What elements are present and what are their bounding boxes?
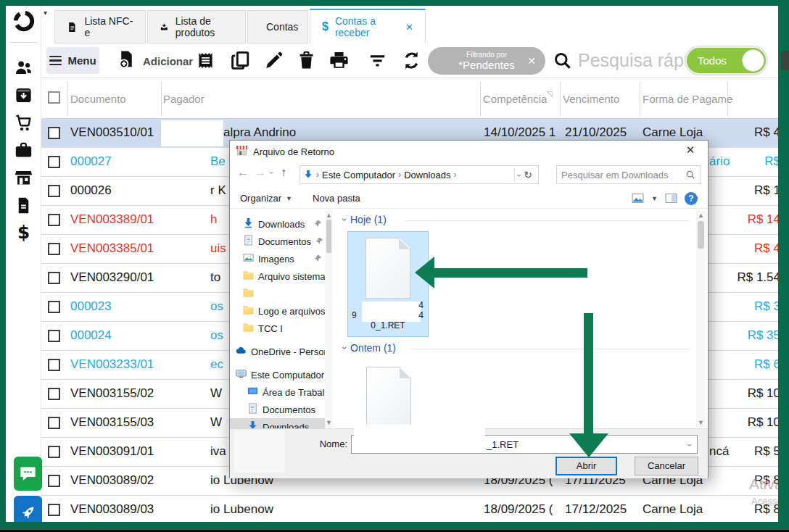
receipt-button[interactable] bbox=[195, 50, 216, 71]
up-button-icon[interactable]: ↑ bbox=[281, 166, 286, 179]
sidebar-item-documentos[interactable]: Documentos bbox=[230, 233, 325, 250]
row-checkbox[interactable] bbox=[48, 359, 60, 371]
column-header-documento[interactable]: Documento bbox=[70, 93, 126, 105]
add-button[interactable]: Adicionar bbox=[116, 49, 193, 73]
row-checkbox[interactable] bbox=[48, 214, 60, 226]
row-checkbox[interactable] bbox=[48, 504, 60, 516]
tab-close-icon[interactable]: ✕ bbox=[405, 22, 413, 33]
row-checkbox[interactable] bbox=[48, 388, 60, 400]
column-header-competencia[interactable]: Competência bbox=[483, 93, 547, 105]
sidebar-item-onedrive-person[interactable]: OneDrive - Person bbox=[230, 343, 325, 360]
table-row[interactable]: VEN003089/03io Lubenow18/09/2025 (17/12/… bbox=[0, 496, 789, 525]
sidebar-item-folder[interactable] bbox=[230, 285, 325, 302]
select-all-checkbox[interactable] bbox=[48, 91, 60, 104]
breadcrumb-item[interactable]: Este Computador bbox=[322, 170, 395, 180]
clipped-edge-button[interactable] bbox=[781, 51, 789, 70]
column-header-vencimento[interactable]: Vencimento bbox=[563, 93, 619, 105]
cancel-button[interactable]: Cancelar bbox=[635, 457, 698, 475]
sidebar-item-downloads[interactable]: Downloads bbox=[230, 418, 325, 428]
row-checkbox[interactable] bbox=[48, 156, 60, 168]
refresh-button[interactable] bbox=[401, 50, 422, 71]
address-refresh-group[interactable]: › ↻ bbox=[514, 167, 535, 182]
dialog-title-bar[interactable]: Arquivo de Retorno ✕ bbox=[230, 141, 708, 162]
dollar-icon[interactable]: $ bbox=[14, 223, 33, 243]
row-checkbox[interactable] bbox=[48, 417, 60, 429]
dialog-search-box[interactable] bbox=[556, 165, 701, 184]
view-thumbnails-icon[interactable] bbox=[632, 192, 644, 204]
group-header-hoje[interactable]: › Hoje (1) bbox=[343, 214, 387, 225]
sidebar-item-tcc-i[interactable]: TCC I bbox=[230, 320, 325, 337]
edit-button[interactable] bbox=[263, 50, 284, 71]
address-chevron-icon[interactable]: › bbox=[514, 174, 524, 177]
chat-button[interactable] bbox=[14, 457, 42, 491]
filter-button[interactable] bbox=[367, 50, 388, 71]
sidebar-item-este-computador[interactable]: Este Computador bbox=[230, 366, 325, 383]
scroll-down-icon[interactable]: ▼ bbox=[696, 419, 706, 426]
resize-grip[interactable]: ... bbox=[698, 469, 706, 476]
delete-button[interactable] bbox=[296, 50, 317, 71]
scroll-up-icon[interactable]: ▲ bbox=[325, 212, 333, 219]
menu-button[interactable]: Menu bbox=[46, 47, 99, 74]
filter-chip-close-icon[interactable]: ✕ bbox=[527, 55, 536, 67]
history-chevron-icon[interactable]: › bbox=[268, 172, 276, 174]
organize-button[interactable]: Organizar bbox=[240, 193, 281, 204]
tab-contas[interactable]: Contas bbox=[247, 10, 308, 43]
sidebar-item-logo-e-arquivos[interactable]: Logo e arquivos bbox=[230, 302, 325, 320]
row-checkbox[interactable] bbox=[48, 185, 60, 197]
dialog-search-input[interactable] bbox=[561, 170, 685, 180]
open-button[interactable]: Abrir bbox=[555, 457, 617, 475]
file-list-scrollbar[interactable]: ▲ ▼ bbox=[696, 211, 706, 427]
scrollbar-thumb[interactable] bbox=[326, 220, 331, 253]
sort-indicator-icon: ◹ bbox=[547, 90, 553, 98]
sidebar-item-documentos[interactable]: Documentos bbox=[230, 401, 325, 418]
sidebar-item-área-de-trabalho[interactable]: Área de Trabalho bbox=[230, 383, 325, 401]
row-checkbox[interactable] bbox=[48, 475, 60, 487]
copy-button[interactable] bbox=[230, 50, 251, 71]
group-collapse-icon[interactable]: › bbox=[339, 218, 350, 221]
tab-lista-nfc-e[interactable]: Lista NFC-e bbox=[54, 10, 146, 43]
breadcrumb-item[interactable]: Downloads bbox=[404, 170, 450, 180]
row-checkbox[interactable] bbox=[48, 272, 60, 284]
address-bar[interactable]: › Este Computador › Downloads › › ↻ bbox=[300, 165, 539, 184]
dialog-close-button[interactable]: ✕ bbox=[680, 144, 701, 159]
column-header-pagador[interactable]: Pagador bbox=[163, 93, 205, 105]
document-icon[interactable] bbox=[14, 196, 33, 215]
new-folder-button[interactable]: Nova pasta bbox=[313, 193, 360, 204]
filter-chip[interactable]: Filtrando por *Pendentes ✕ bbox=[428, 47, 545, 75]
row-checkbox[interactable] bbox=[48, 446, 60, 458]
tab-lista-de-produtos[interactable]: Lista de produtos bbox=[147, 10, 246, 43]
forward-button-icon[interactable]: → bbox=[255, 166, 266, 179]
scroll-down-icon[interactable]: ▼ bbox=[325, 419, 333, 426]
sidebar-item-downloads[interactable]: Downloads bbox=[230, 215, 325, 233]
cart-icon[interactable] bbox=[14, 113, 33, 133]
row-checkbox[interactable] bbox=[48, 243, 60, 255]
toggle-knob[interactable] bbox=[742, 49, 764, 72]
tab-overflow-button[interactable]: ▾ bbox=[44, 9, 47, 17]
refresh-icon[interactable]: ↻ bbox=[524, 169, 532, 180]
help-icon[interactable]: ? bbox=[685, 192, 698, 205]
group-collapse-icon[interactable]: › bbox=[339, 346, 350, 349]
tab-contas-a-receber[interactable]: $Contas a receber✕ bbox=[310, 9, 426, 43]
row-checkbox[interactable] bbox=[48, 301, 60, 313]
sidebar-item-arquivo-sistema[interactable]: Arquivo sistema bbox=[230, 267, 325, 285]
preview-pane-icon[interactable] bbox=[665, 192, 677, 204]
file-icon[interactable] bbox=[366, 367, 411, 428]
view-caret-icon[interactable]: ▼ bbox=[651, 195, 658, 202]
scrollbar-thumb[interactable] bbox=[698, 221, 704, 249]
combobox-chevron-icon[interactable]: › bbox=[685, 444, 695, 446]
scroll-up-icon[interactable]: ▲ bbox=[696, 212, 706, 219]
people-icon[interactable] bbox=[14, 58, 33, 78]
store-icon[interactable] bbox=[14, 168, 33, 188]
sidebar-scrollbar[interactable]: ▲ ▼ bbox=[325, 211, 333, 427]
quick-search-input[interactable] bbox=[578, 46, 685, 74]
briefcase-icon[interactable] bbox=[14, 141, 33, 160]
sidebar-item-imagens[interactable]: Imagens bbox=[230, 250, 325, 267]
inbox-icon[interactable] bbox=[14, 86, 33, 105]
todos-toggle[interactable]: Todos bbox=[685, 46, 767, 75]
back-button-icon[interactable]: ← bbox=[237, 166, 249, 179]
print-button[interactable] bbox=[329, 50, 350, 71]
row-checkbox[interactable] bbox=[48, 330, 60, 342]
group-header-ontem[interactable]: › Ontem (1) bbox=[343, 342, 396, 354]
row-checkbox[interactable] bbox=[48, 127, 60, 139]
column-header-forma[interactable]: Forma de Pagame bbox=[643, 93, 732, 105]
